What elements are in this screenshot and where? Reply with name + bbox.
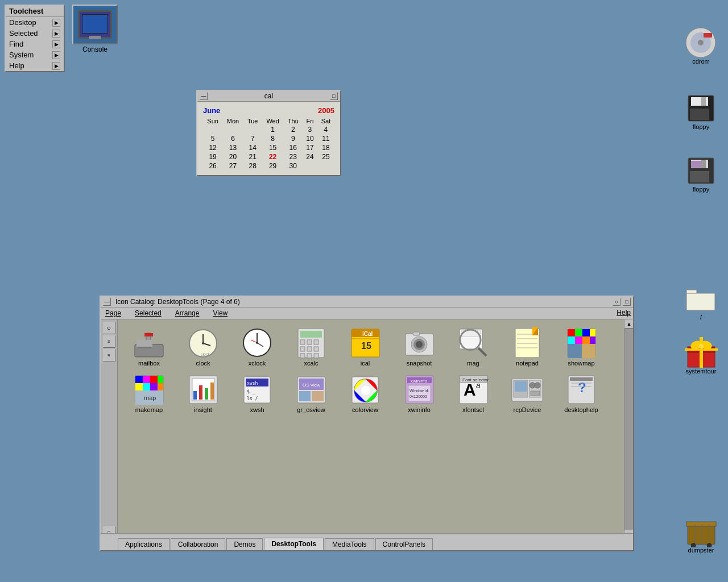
svg-rect-85	[568, 344, 582, 358]
menu-help[interactable]: Help	[617, 309, 631, 318]
svg-rect-22	[688, 525, 715, 544]
svg-rect-46	[300, 340, 305, 344]
calendar-max-button[interactable]: □	[330, 92, 338, 100]
catalog-icon-rcpDevice[interactable]: rcpDevice	[502, 372, 553, 415]
calendar-close-button[interactable]: —	[200, 92, 208, 100]
catalog-icon-xclock[interactable]: xclock	[231, 325, 283, 369]
calendar-year: 2005	[318, 106, 334, 115]
monitor-shape	[78, 10, 112, 39]
menu-item-system[interactable]: System ▶	[6, 49, 64, 60]
calendar-day-cell: 18	[317, 143, 334, 152]
sidebar-btn-1[interactable]: ⊙	[103, 322, 115, 334]
floppy2-icon[interactable]: floppy	[680, 156, 722, 193]
systemtour-icon[interactable]: systemtour	[680, 338, 722, 375]
catalog-icon-gr_osview[interactable]: OS View gr_osview	[286, 372, 337, 415]
svg-point-116	[361, 386, 370, 395]
dumpster-icon[interactable]: dumpster	[680, 517, 722, 554]
menu-item-help[interactable]: Help ▶	[6, 60, 64, 71]
floppy1-label: floppy	[680, 123, 722, 130]
catalog-close-button[interactable]: —	[103, 298, 111, 306]
svg-rect-80	[590, 329, 595, 336]
catalog-icon-clock[interactable]: clock clock	[177, 325, 229, 369]
catalog-icon-image-showmap	[563, 327, 599, 359]
day-tue: Tue	[243, 117, 262, 125]
calendar-day-cell: 24	[303, 152, 317, 161]
sidebar-btn-2[interactable]: ≡	[103, 335, 115, 348]
catalog-icon-xwininfo[interactable]: xwininfo Window id: 0x120000 xwininfo	[394, 372, 445, 415]
catalog-icon-image-snapshot	[401, 327, 437, 359]
scroll-track	[624, 329, 633, 530]
catalog-icon-snapshot[interactable]: snapshot	[394, 325, 445, 369]
desktop-arrow: ▶	[52, 19, 60, 27]
tab-applications[interactable]: Applications	[118, 538, 169, 550]
tab-desktoptools[interactable]: DesktopTools	[264, 538, 323, 550]
calendar-grid: Sun Mon Tue Wed Thu Fri Sat 123456789101…	[203, 117, 334, 171]
menu-item-selected[interactable]: Selected ▶	[6, 28, 64, 39]
catalog-icon-image-mag	[455, 327, 491, 359]
catalog-max-button[interactable]: □	[623, 298, 631, 306]
tab-collaboration[interactable]: Collaboration	[171, 538, 226, 550]
scroll-up-button[interactable]: ▲	[624, 319, 634, 329]
menu-page[interactable]: Page	[103, 309, 123, 318]
calendar-day-cell	[303, 161, 317, 171]
catalog-icon-colorview[interactable]: colorview	[340, 372, 391, 415]
console-icon[interactable]: Console	[69, 5, 121, 53]
svg-rect-112	[312, 391, 324, 401]
catalog-icon-xwsh[interactable]: xwsh $ _ ls / xwsh	[231, 372, 283, 415]
svg-text:OS View: OS View	[303, 383, 320, 388]
calendar-week-row: 2627282930	[203, 161, 334, 171]
catalog-icon-notepad[interactable]: notepad	[502, 325, 553, 369]
catalog-icon-insight[interactable]: insight	[177, 372, 229, 415]
cdrom-icon[interactable]: cdrom	[680, 28, 722, 65]
menu-view[interactable]: View	[210, 309, 230, 318]
catalog-icon-label-notepad: notepad	[504, 360, 551, 367]
day-wed: Wed	[262, 117, 284, 125]
svg-text:map: map	[144, 394, 156, 401]
svg-rect-86	[582, 344, 595, 358]
menu-item-find[interactable]: Find ▶	[6, 39, 64, 49]
catalog-icon-xcalc[interactable]: xcalc	[286, 325, 337, 369]
svg-text:$ _: $ _	[247, 389, 255, 394]
calendar-day-cell: 3	[303, 125, 317, 134]
catalog-icon-ical[interactable]: iCal 15 ical	[340, 325, 391, 369]
catalog-icon-makemap[interactable]: map makemap	[123, 372, 175, 415]
sidebar-btn-3[interactable]: ≡	[103, 349, 115, 361]
calendar-day-cell: 20	[222, 152, 243, 161]
catalog-icon-xfontsel[interactable]: A a Font selector xfontsel	[448, 372, 499, 415]
console-label: Console	[69, 45, 121, 53]
tab-mediatools[interactable]: MediaTools	[325, 538, 374, 550]
catalog-icon-desktophelp[interactable]: ? desktophelp	[556, 372, 607, 415]
calendar-week-row: 567891011	[203, 134, 334, 143]
catalog-icon-label-xclock: xclock	[234, 360, 280, 367]
tab-demos[interactable]: Demos	[226, 538, 263, 550]
icon-catalog-window: — Icon Catalog: DesktopTools (Page 4 of …	[100, 296, 634, 551]
catalog-icon-label-mailbox: mailbox	[126, 360, 172, 367]
catalog-icon-mailbox[interactable]: mailbox	[123, 325, 175, 369]
calendar-day-cell: 4	[317, 125, 334, 134]
svg-rect-53	[307, 354, 312, 358]
tab-controlpanels[interactable]: ControlPanels	[375, 538, 433, 550]
calendar-content: June 2005 Sun Mon Tue Wed Thu Fri Sat 12…	[197, 102, 340, 175]
calendar-day-cell: 25	[317, 152, 334, 161]
catalog-icon-showmap[interactable]: showmap	[556, 325, 607, 369]
svg-point-21	[699, 344, 704, 348]
calendar-day-cell: 30	[284, 161, 303, 171]
menu-arrange[interactable]: Arrange	[173, 309, 202, 318]
catalog-min-button[interactable]: ○	[613, 298, 621, 306]
calendar-day-cell: 5	[203, 134, 222, 143]
svg-rect-52	[300, 354, 305, 358]
catalog-icons-area: mailbox clock clock xclock xcalc iCal 15…	[118, 319, 624, 539]
menu-item-desktop[interactable]: Desktop ▶	[6, 17, 64, 28]
catalog-icon-image-xwininfo: xwininfo Window id: 0x120000	[401, 374, 437, 405]
menu-selected[interactable]: Selected	[133, 309, 164, 318]
dumpster-label: dumpster	[680, 547, 722, 554]
calendar-day-cell: 7	[243, 134, 262, 143]
folder-icon[interactable]: /	[680, 284, 722, 321]
catalog-icon-mag[interactable]: mag	[448, 325, 499, 369]
svg-rect-102	[205, 388, 208, 400]
floppy1-icon[interactable]: floppy	[680, 94, 722, 130]
svg-rect-49	[300, 347, 305, 351]
calendar-day-cell: 17	[303, 143, 317, 152]
catalog-icon-image-rcpDevice	[509, 374, 545, 405]
svg-rect-6	[701, 97, 706, 106]
